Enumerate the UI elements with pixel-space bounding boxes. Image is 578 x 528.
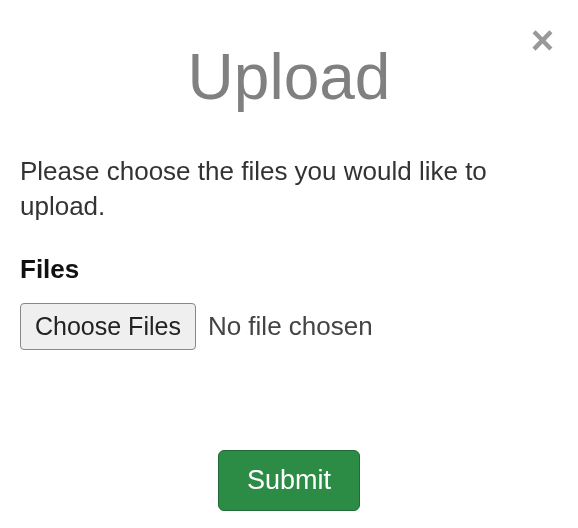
file-input-row: Choose Files No file chosen [20, 303, 558, 350]
upload-modal: × Upload Please choose the files you wou… [0, 0, 578, 528]
modal-title: Upload [20, 40, 558, 114]
submit-wrap: Submit [20, 450, 558, 511]
files-label: Files [20, 254, 558, 285]
file-chosen-status: No file chosen [208, 311, 373, 342]
submit-button[interactable]: Submit [218, 450, 360, 511]
close-icon[interactable]: × [531, 20, 554, 60]
choose-files-button[interactable]: Choose Files [20, 303, 196, 350]
modal-description: Please choose the files you would like t… [20, 154, 558, 224]
